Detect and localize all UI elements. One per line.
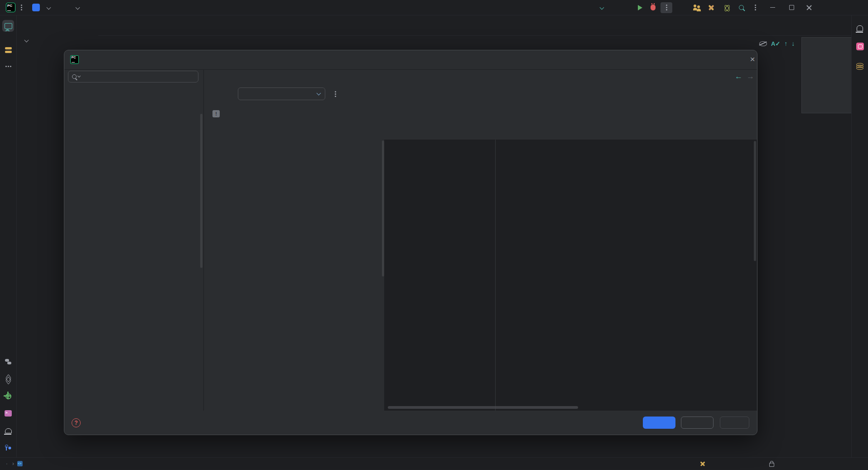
run-configuration-widget[interactable] xyxy=(597,0,603,15)
settings-tree-scrollbar[interactable] xyxy=(200,114,203,268)
project-badge xyxy=(32,4,40,11)
inspections-widget[interactable]: A✓ ↑ ↓ xyxy=(759,40,795,47)
pycharm-logo-icon xyxy=(70,55,79,64)
close-icon xyxy=(806,5,812,10)
preview-vertical-scrollbar[interactable] xyxy=(754,141,756,261)
code-preview-pane xyxy=(384,140,757,411)
science-button[interactable] xyxy=(723,0,730,15)
project-widget[interactable] xyxy=(32,0,50,15)
highlighting-eye-icon[interactable] xyxy=(759,41,767,46)
html-file-icon xyxy=(17,460,23,467)
status-bar: · › xyxy=(0,457,868,470)
git-button[interactable] xyxy=(2,442,14,454)
pycharm-window: A✓ ↑ ↓ · › × xyxy=(0,0,868,470)
typo-icon: A✓ xyxy=(771,40,780,47)
apply-button[interactable] xyxy=(720,417,749,429)
ai-assistant-icon xyxy=(856,43,864,50)
python-icon xyxy=(5,359,11,365)
forward-arrow-icon[interactable]: → xyxy=(747,72,754,81)
left-tool-stripe xyxy=(0,15,17,458)
chevron-down-icon xyxy=(76,5,80,10)
wrench-icon xyxy=(700,461,705,466)
run-button[interactable] xyxy=(638,0,642,15)
help-button[interactable]: ? xyxy=(72,418,81,427)
structure-tool-button[interactable] xyxy=(2,44,14,56)
kebab-icon xyxy=(666,7,667,8)
status-breadcrumb[interactable]: · › xyxy=(6,458,26,470)
chevron-down-icon xyxy=(24,38,29,43)
more-tool-windows-button[interactable] xyxy=(2,60,14,72)
project-panel-header[interactable] xyxy=(22,39,28,42)
settings-dialog: × ← → ! ? xyxy=(64,50,757,435)
bug-icon xyxy=(651,5,656,10)
monitor-icon xyxy=(5,23,12,29)
python-packages-button[interactable] xyxy=(2,390,14,402)
services-button[interactable] xyxy=(2,373,14,385)
terminal-button[interactable] xyxy=(2,407,14,419)
alarm-icon xyxy=(5,428,12,433)
main-menu-button[interactable] xyxy=(21,0,22,15)
database-button[interactable] xyxy=(854,58,866,70)
gear-icon xyxy=(5,393,11,399)
next-problem-arrow-icon[interactable]: ↓ xyxy=(791,40,795,47)
git-branch-icon xyxy=(5,445,11,451)
search-icon xyxy=(72,74,77,79)
dot: · xyxy=(6,460,8,467)
search-everywhere-button[interactable] xyxy=(739,0,744,15)
hover-box xyxy=(661,2,672,13)
debug-button[interactable] xyxy=(651,0,656,15)
users-icon xyxy=(693,5,701,11)
warning-icon: ! xyxy=(212,110,220,117)
search-icon xyxy=(739,5,744,10)
editor-minimap[interactable] xyxy=(801,37,852,113)
scheme-dropdown[interactable] xyxy=(238,87,325,100)
pycharm-logo-icon xyxy=(6,3,15,12)
divider xyxy=(203,69,204,411)
dialog-title-bar: × xyxy=(64,50,757,70)
python-console-button[interactable] xyxy=(2,356,14,368)
lock-icon xyxy=(769,463,774,467)
right-tool-stripe xyxy=(851,15,868,458)
back-arrow-icon[interactable]: ← xyxy=(735,72,743,81)
maximize-icon xyxy=(789,5,794,10)
chevron-down-icon xyxy=(77,74,81,78)
play-icon xyxy=(638,5,642,10)
scheme-actions-button[interactable] xyxy=(331,90,339,98)
preview-horizontal-scrollbar[interactable] xyxy=(388,406,578,409)
ok-button[interactable] xyxy=(643,417,675,429)
search-input[interactable] xyxy=(82,73,188,81)
prev-problem-arrow-icon[interactable]: ↑ xyxy=(784,40,787,47)
kebab-icon xyxy=(21,7,22,8)
readonly-toggle[interactable] xyxy=(769,458,774,470)
breadcrumb-separator: › xyxy=(12,460,14,467)
tools-icon xyxy=(708,4,715,11)
minimize-icon xyxy=(770,7,775,8)
structure-icon xyxy=(5,47,12,53)
kebab-icon xyxy=(335,93,336,95)
maximize-button[interactable] xyxy=(789,0,794,15)
layers-icon xyxy=(5,376,11,381)
chevron-down-icon xyxy=(317,91,321,96)
minimize-button[interactable] xyxy=(770,0,775,15)
vcs-widget[interactable] xyxy=(72,0,79,15)
right-margin-guide xyxy=(495,140,496,411)
more-run-options-button[interactable] xyxy=(661,0,672,15)
titlebar-more-button[interactable] xyxy=(755,0,756,15)
cancel-button[interactable] xyxy=(681,417,714,429)
notifications-button[interactable] xyxy=(854,22,866,34)
code-with-me-button[interactable] xyxy=(693,0,701,15)
pycharm-logo-icon[interactable] xyxy=(6,0,15,15)
dialog-close-button[interactable]: × xyxy=(747,54,757,65)
tools-button[interactable] xyxy=(708,0,715,15)
spellcheck-indicator[interactable]: A✓ xyxy=(771,40,780,47)
title-bar xyxy=(0,0,868,15)
close-window-button[interactable] xyxy=(806,0,812,15)
ai-assistant-button[interactable] xyxy=(854,40,866,52)
indent-widget[interactable] xyxy=(698,458,705,470)
problems-button[interactable] xyxy=(2,425,14,436)
chevron-down-icon xyxy=(600,5,604,10)
atom-icon xyxy=(723,4,730,11)
settings-search-field[interactable] xyxy=(68,71,198,82)
bell-icon xyxy=(857,25,863,31)
project-tool-button[interactable] xyxy=(2,20,14,32)
